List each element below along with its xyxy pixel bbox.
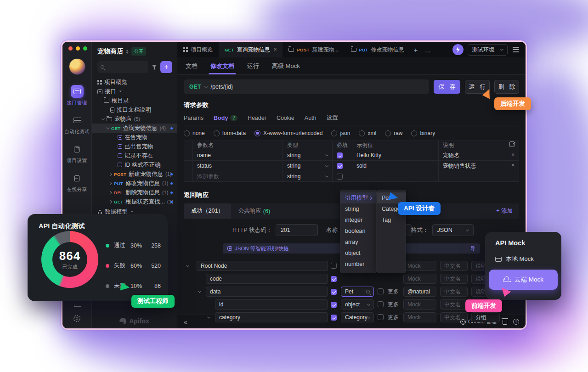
tree-item-case-onsale[interactable]: 在售宠物 — [92, 133, 177, 142]
radio-raw[interactable]: raw — [385, 130, 402, 136]
local-mock-item[interactable]: 本地 Mock — [495, 255, 534, 263]
tab-params[interactable]: Params — [184, 114, 204, 122]
tree-item-put-update-pet[interactable]: PUT 修改宠物信息(1) — [92, 179, 177, 188]
tree-item-post-create-pet[interactable]: POST 新建宠物信息(1) — [92, 169, 177, 179]
tab-post-create-pet[interactable]: POST新建宠物... — [283, 42, 345, 57]
add-param-placeholder[interactable]: 添加参数 — [193, 171, 283, 182]
more-tabs-button[interactable]: ... — [421, 42, 435, 57]
zoom-window-button[interactable] — [83, 46, 87, 51]
tree-item-root-folder[interactable]: 根目录 — [92, 96, 177, 105]
rail-item-online-share[interactable]: 在线分享 — [67, 172, 87, 193]
gear-icon[interactable] — [74, 315, 80, 322]
tab-get-pet-info[interactable]: GET查询宠物信息 × — [219, 42, 283, 57]
subtab-run[interactable]: 运行 — [247, 57, 259, 74]
type-select[interactable]: Category — [341, 312, 374, 322]
menu-item-array[interactable]: array — [340, 237, 376, 248]
required-checkbox[interactable] — [337, 174, 343, 180]
tree-item-api-doc[interactable]: 接口文档说明 — [92, 105, 177, 114]
schema-checkbox[interactable] — [331, 276, 337, 282]
more-link[interactable]: 更多 — [388, 287, 399, 297]
rail-item-automated-testing[interactable]: 自动化测试 — [64, 114, 90, 135]
schema-checkbox[interactable] — [331, 302, 337, 308]
schema-checkbox[interactable] — [331, 289, 337, 295]
search-input[interactable] — [97, 61, 148, 73]
radio-binary[interactable]: binary — [411, 130, 435, 136]
env-quick-icon[interactable] — [452, 44, 464, 55]
project-title[interactable]: 宠物商店 — [97, 47, 123, 56]
menu-item-integer[interactable]: integer — [340, 214, 376, 225]
tree-item-case-sold[interactable]: 已出售宠物 — [92, 142, 177, 151]
more-link[interactable]: 更多 — [388, 299, 399, 310]
add-api-button[interactable]: + — [160, 61, 172, 73]
tree-item-case-badid[interactable]: ID 格式不正确 — [92, 160, 177, 169]
tree-item-get-find-by-status[interactable]: GET 根据状态查找...(1) — [92, 197, 177, 206]
filter-icon[interactable] — [152, 65, 157, 70]
tab-settings[interactable]: 设置 — [327, 114, 338, 122]
extra-checkbox[interactable] — [378, 288, 384, 294]
menu-item-number[interactable]: number — [340, 259, 376, 270]
collapse-caret[interactable] — [207, 316, 210, 319]
required-checkbox[interactable] — [337, 163, 343, 169]
collapse-caret[interactable] — [198, 290, 201, 293]
tab-project-overview[interactable]: 项目概览 — [177, 42, 219, 57]
menu-icon[interactable] — [513, 49, 519, 50]
save-button[interactable]: 保 存 — [434, 80, 460, 94]
cn-name-input[interactable]: 中文名 — [440, 299, 468, 310]
rail-item-project-settings[interactable]: 项目设置 — [67, 143, 87, 164]
schema-name-input[interactable]: code — [206, 274, 328, 284]
cn-name-input[interactable]: 中文名 — [440, 274, 468, 284]
subtab-edit-doc[interactable]: 修改文档 — [210, 57, 234, 74]
add-response-link[interactable]: + 添加 — [490, 203, 519, 219]
url-input[interactable]: GET /pets/{id} — [184, 79, 429, 94]
tab-body[interactable]: Body2 — [214, 114, 237, 122]
radio-form-data[interactable]: form-data — [214, 130, 246, 136]
menu-item-boolean[interactable]: boolean — [340, 225, 376, 237]
mock-input[interactable]: Mock — [403, 274, 436, 284]
menu-item-object[interactable]: object — [340, 248, 376, 259]
desc-input[interactable]: 分组 — [471, 312, 500, 322]
tree-item-case-notfound[interactable]: 记录不存在 — [92, 151, 177, 160]
switch-project-icon[interactable] — [126, 50, 129, 54]
tab-auth[interactable]: Auth — [305, 114, 317, 122]
submenu-item-tag[interactable]: Tag — [377, 214, 406, 225]
trash-icon[interactable] — [503, 320, 507, 325]
remove-row-icon[interactable]: × — [511, 152, 514, 158]
schema-checkbox[interactable] — [331, 263, 337, 269]
type-search-select[interactable]: Pet — [341, 287, 374, 297]
schema-name-input[interactable]: Root Node — [197, 261, 328, 271]
close-tab-icon[interactable]: × — [273, 46, 277, 53]
schema-name-input[interactable]: data — [206, 287, 328, 297]
cn-name-input[interactable]: 中文名 — [440, 261, 468, 271]
menu-item-ref-model[interactable]: 引用模型 — [340, 192, 376, 203]
menu-item-string[interactable]: string — [340, 203, 376, 214]
status-code-input[interactable]: 201 — [276, 224, 318, 236]
close-window-button[interactable] — [68, 46, 73, 51]
extra-checkbox[interactable] — [378, 314, 384, 320]
radio-json[interactable]: json — [331, 130, 350, 136]
tab-header[interactable]: Header — [248, 114, 266, 122]
rail-item-api-management[interactable]: 接口管理 — [67, 85, 87, 106]
new-tab-button[interactable]: + — [410, 42, 421, 57]
radio-urlencoded[interactable]: X-www-form-urlencoded — [254, 130, 322, 136]
tab-cookie[interactable]: Cookie — [277, 114, 294, 122]
more-link[interactable]: 更多 — [388, 312, 399, 322]
tree-item-get-pet-info[interactable]: GET 查询宠物信息(4) — [92, 124, 177, 133]
mock-input[interactable]: @natural — [403, 287, 436, 297]
schema-checkbox[interactable] — [331, 315, 337, 321]
bulk-edit-icon[interactable] — [509, 141, 514, 147]
tree-item-petstore-folder[interactable]: 宠物店(5) — [92, 114, 177, 124]
mock-input[interactable]: Mock — [403, 261, 436, 271]
remove-row-icon[interactable]: × — [511, 162, 514, 169]
type-select[interactable]: string — [283, 150, 333, 161]
avatar[interactable] — [69, 58, 85, 75]
delete-button[interactable]: 删 除 — [494, 80, 519, 94]
schema-name-input[interactable]: category — [215, 312, 328, 322]
subtab-doc[interactable]: 文档 — [186, 57, 198, 74]
tree-item-apis[interactable]: 接口 — [92, 87, 177, 96]
subtab-advanced-mock[interactable]: 高级 Mock — [272, 57, 300, 74]
cloud-mock-button[interactable]: 云端 Mock — [489, 270, 558, 290]
type-select[interactable]: string — [283, 171, 333, 182]
environment-select[interactable]: 测试环境 — [468, 44, 508, 56]
tab-success-201[interactable]: 成功（201） — [184, 203, 231, 219]
mock-input[interactable]: Mock — [403, 299, 436, 310]
